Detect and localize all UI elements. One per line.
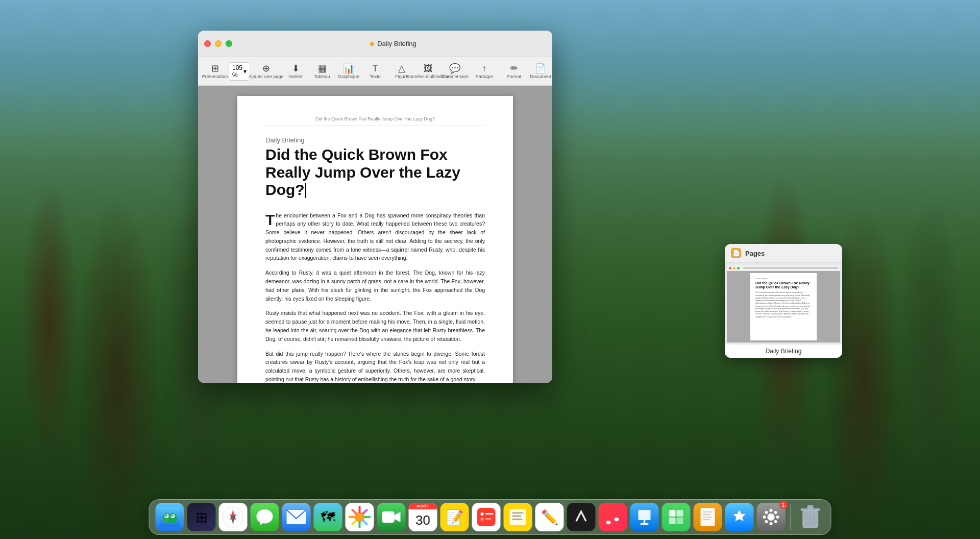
svg-point-18 — [481, 512, 484, 516]
dock-item-notes[interactable] — [504, 503, 532, 531]
dock-item-safari[interactable] — [219, 503, 248, 531]
fullscreen-button[interactable] — [226, 40, 232, 47]
svg-point-20 — [481, 518, 484, 521]
dock-item-freeform[interactable]: ✏️ — [535, 503, 564, 531]
pages-thumbnail-window[interactable]: 📄 Pages Daily Briefing Did the Quick Bro… — [725, 244, 842, 358]
dock-item-mail[interactable] — [282, 503, 311, 531]
toolbar-presentation[interactable]: ⊞ Présentation — [202, 62, 228, 81]
toolbar-format[interactable]: ✏ Format — [501, 62, 527, 81]
text-cursor — [305, 183, 306, 198]
dock-separator — [791, 504, 791, 530]
presentation-icon: ⊞ — [211, 64, 219, 73]
table-icon: ▦ — [318, 64, 327, 73]
toolbar-document[interactable]: 📄 Document — [528, 62, 552, 81]
pages-app-icon: 📄 — [731, 248, 741, 258]
toolbar-share[interactable]: ↑ Partager — [472, 62, 497, 81]
dock-item-facetime[interactable] — [377, 503, 406, 531]
shape-icon: △ — [398, 64, 405, 73]
minimize-button[interactable] — [215, 40, 222, 47]
dock: ⊞ — [149, 499, 831, 535]
text-icon: T — [373, 64, 378, 73]
toolbar-table[interactable]: ▦ Tableau — [309, 62, 335, 81]
paragraph-4: But did this jump really happen? Here's … — [265, 350, 485, 383]
keynote-icon — [630, 503, 659, 531]
notes-icon — [504, 503, 532, 531]
dock-item-stickies[interactable]: 📝 — [440, 503, 469, 531]
share-icon: ↑ — [482, 64, 487, 73]
dock-item-launchpad[interactable]: ⊞ — [187, 503, 216, 531]
dock-item-keynote[interactable] — [630, 503, 659, 531]
paragraph-2: According to Rusty, it was a quiet after… — [265, 268, 485, 303]
svg-rect-21 — [485, 518, 492, 520]
mail-icon — [282, 503, 311, 531]
svg-rect-32 — [677, 518, 683, 524]
facetime-icon — [377, 503, 406, 531]
thumb-fullscreen — [737, 267, 740, 270]
paragraph-1: The encounter between a Fox and a Dog ha… — [265, 211, 485, 263]
svg-rect-19 — [485, 513, 494, 514]
dock-item-calendar[interactable]: AOÛT 30 — [409, 503, 437, 531]
toolbar-insert[interactable]: ⬇ Insérer — [283, 62, 308, 81]
music-icon — [599, 503, 627, 531]
toolbar-add-page[interactable]: ⊕ Ajouter une page — [253, 62, 279, 81]
pages-dot-icon — [370, 42, 374, 46]
svg-point-43 — [765, 511, 768, 514]
media-icon: 🖼 — [424, 64, 433, 73]
messages-icon — [251, 503, 279, 531]
dock-item-maps[interactable]: 🗺 — [314, 503, 342, 531]
thumb-close — [729, 267, 731, 270]
document-headline: Did the Quick Brown Fox Really Jump Over… — [265, 146, 485, 199]
dock-item-pages[interactable] — [694, 503, 722, 531]
photos-icon — [346, 503, 374, 531]
dock-item-photos[interactable] — [346, 503, 374, 531]
thumbnail-doc-area: Daily Briefing Did the Quick Brown Fox R… — [727, 271, 840, 342]
section-label: Daily Briefing — [265, 136, 485, 144]
close-button[interactable] — [204, 40, 211, 47]
pages-dock-icon — [694, 503, 722, 531]
window-toolbar: ⊞ Présentation 105 % ▾ ⊕ Ajouter une pag… — [198, 57, 552, 86]
svg-marker-16 — [395, 512, 401, 522]
chevron-down-icon: ▾ — [243, 68, 247, 75]
svg-rect-15 — [382, 511, 395, 523]
document-page[interactable]: Did the Quick Brown Fox Really Jump Over… — [237, 96, 513, 383]
dock-item-trash[interactable] — [796, 503, 825, 531]
document-body: The encounter between a Fox and a Dog ha… — [265, 211, 485, 383]
system-preferences-badge: 1 — [779, 501, 788, 509]
calendar-day: 30 — [409, 509, 437, 531]
dock-item-appletv[interactable] — [567, 503, 596, 531]
dock-item-appstore[interactable] — [725, 503, 754, 531]
calendar-icon: AOÛT 30 — [409, 503, 437, 531]
appstore-icon — [725, 503, 754, 531]
svg-point-40 — [770, 522, 773, 525]
dock-item-system-preferences[interactable]: 1 — [757, 503, 786, 531]
svg-rect-29 — [669, 510, 676, 517]
svg-rect-28 — [641, 523, 649, 525]
freeform-icon: ✏️ — [535, 503, 564, 531]
thumbnail-doc-page: Daily Briefing Did the Quick Brown Fox R… — [750, 273, 817, 340]
margin-marker — [551, 86, 552, 383]
toolbar-media[interactable]: 🖼 Données multimédias — [415, 62, 441, 81]
dock-item-messages[interactable] — [251, 503, 279, 531]
thumbnail-preview-bar — [727, 265, 840, 271]
toolbar-comment[interactable]: 💬 Commentaire — [442, 62, 468, 81]
traffic-lights — [204, 40, 232, 47]
svg-point-46 — [765, 520, 768, 523]
dock-item-numbers[interactable] — [662, 503, 691, 531]
document-area: Did the Quick Brown Fox Really Jump Over… — [198, 86, 552, 383]
dock-item-music[interactable] — [599, 503, 627, 531]
appletv-icon — [567, 503, 596, 531]
thumbnail-footer: Daily Briefing — [725, 345, 842, 358]
svg-rect-25 — [512, 519, 523, 520]
toolbar-text[interactable]: T Texte — [362, 62, 388, 81]
toolbar-zoom[interactable]: 105 % ▾ — [229, 62, 250, 81]
dock-item-finder[interactable] — [156, 503, 184, 531]
svg-rect-26 — [639, 510, 651, 520]
svg-point-45 — [774, 511, 777, 514]
thumbnail-header: 📄 Pages — [725, 244, 842, 263]
insert-icon: ⬇ — [292, 64, 300, 73]
dock-item-reminders[interactable] — [472, 503, 501, 531]
toolbar-chart[interactable]: 📊 Graphique — [336, 62, 361, 81]
svg-point-39 — [770, 509, 773, 512]
format-icon: ✏ — [510, 64, 518, 73]
finder-icon — [156, 503, 184, 531]
